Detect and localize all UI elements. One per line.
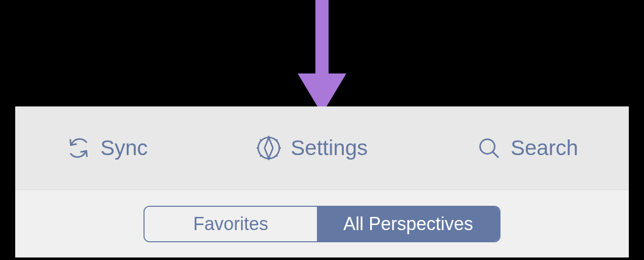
svg-line-12 xyxy=(269,148,273,158)
tab-all-perspectives[interactable]: All Perspectives xyxy=(317,207,499,241)
tab-all-perspectives-label: All Perspectives xyxy=(343,213,473,235)
svg-line-9 xyxy=(265,138,269,148)
segment-bar: Favorites All Perspectives xyxy=(15,190,629,257)
search-label: Search xyxy=(511,136,578,160)
gear-icon xyxy=(256,135,281,161)
tab-favorites[interactable]: Favorites xyxy=(145,207,317,241)
sync-icon xyxy=(66,135,91,161)
svg-line-14 xyxy=(493,152,498,158)
sync-label: Sync xyxy=(100,136,148,160)
toolbar: Sync Set xyxy=(15,106,629,190)
segmented-control: Favorites All Perspectives xyxy=(144,206,500,242)
search-button[interactable]: Search xyxy=(476,135,578,161)
annotation-arrow xyxy=(292,0,352,117)
svg-line-10 xyxy=(269,138,273,148)
settings-button[interactable]: Settings xyxy=(256,135,368,161)
settings-label: Settings xyxy=(291,136,368,160)
svg-point-0 xyxy=(258,137,279,159)
svg-line-11 xyxy=(265,148,269,158)
search-icon xyxy=(476,135,502,161)
svg-line-5 xyxy=(260,139,261,140)
svg-line-6 xyxy=(276,156,277,157)
sync-button[interactable]: Sync xyxy=(66,135,148,161)
app-panel: Sync Set xyxy=(15,106,629,257)
svg-line-7 xyxy=(260,156,261,157)
svg-line-8 xyxy=(276,139,277,140)
tab-favorites-label: Favorites xyxy=(193,213,268,235)
